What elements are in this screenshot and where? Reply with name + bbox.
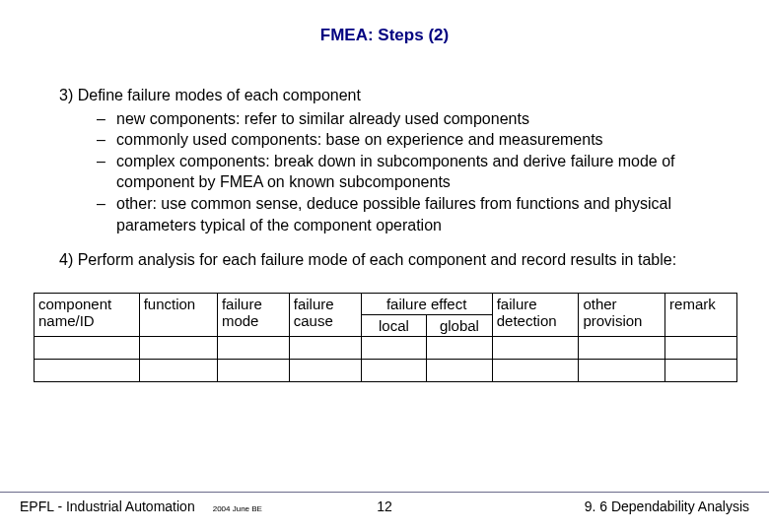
bullet-text: commonly used components: base on experi… <box>116 129 739 151</box>
fmea-table-wrap: component name/ID function failure mode … <box>30 293 739 383</box>
bullet-item: – other: use common sense, deduce possib… <box>97 193 739 235</box>
slide-footer: EPFL - Industrial Automation 2004 June B… <box>0 492 769 514</box>
col-failure-mode: failure mode <box>217 293 289 337</box>
bullet-item: – new components: refer to similar alrea… <box>97 108 739 130</box>
footer-page: 12 <box>377 499 392 514</box>
col-component: component name/ID <box>35 293 140 337</box>
col-failure-effect: failure effect <box>361 293 492 314</box>
bullet-dash: – <box>97 193 116 215</box>
step-3: 3) Define failure modes of each componen… <box>59 85 739 235</box>
col-function: function <box>139 293 217 337</box>
step-4-heading: 4) Perform analysis for each failure mod… <box>59 249 739 271</box>
table-header-row: component name/ID function failure mode … <box>35 293 737 314</box>
footer-date: 2004 June BE <box>213 504 262 513</box>
col-failure-cause: failure cause <box>289 293 361 337</box>
fmea-table: component name/ID function failure mode … <box>34 293 737 383</box>
table-row <box>35 337 737 360</box>
bullet-item: – commonly used components: base on expe… <box>97 129 739 151</box>
col-provision: other provision <box>579 293 665 337</box>
footer-left: EPFL - Industrial Automation <box>20 499 195 514</box>
bullet-dash: – <box>97 108 116 130</box>
bullet-text: other: use common sense, deduce possible… <box>116 193 739 235</box>
bullet-dash: – <box>97 129 116 151</box>
step-3-bullets: – new components: refer to similar alrea… <box>59 108 739 236</box>
bullet-dash: – <box>97 151 116 172</box>
bullet-text: new components: refer to similar already… <box>116 108 739 130</box>
bullet-text: complex components: break down in subcom… <box>116 151 739 193</box>
step-4: 4) Perform analysis for each failure mod… <box>59 249 739 271</box>
step-3-heading: 3) Define failure modes of each componen… <box>59 85 739 106</box>
slide-title: FMEA: Steps (2) <box>30 26 739 45</box>
footer-right: 9. 6 Dependability Analysis <box>585 499 749 514</box>
col-detection: failure detection <box>492 293 579 337</box>
bullet-item: – complex components: break down in subc… <box>97 151 739 193</box>
col-local: local <box>361 315 427 337</box>
table-row <box>35 360 737 382</box>
col-global: global <box>427 315 493 337</box>
col-remark: remark <box>665 293 737 337</box>
slide-content: 3) Define failure modes of each componen… <box>30 85 739 382</box>
